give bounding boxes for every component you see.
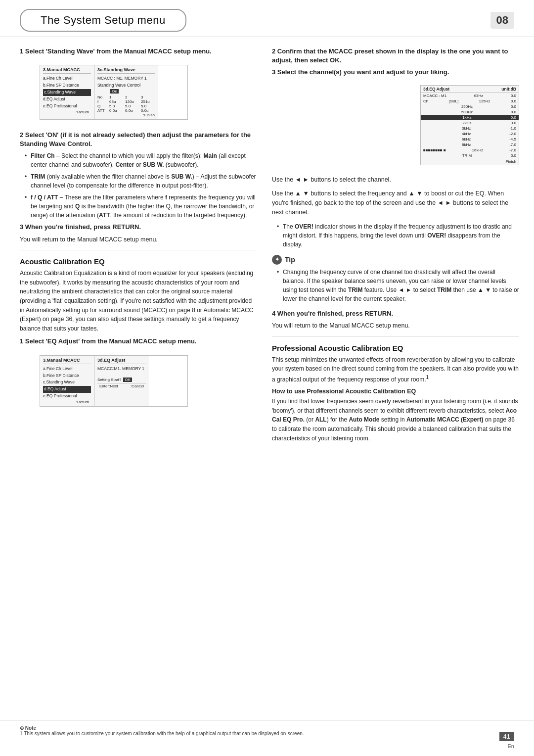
eq-6k-db: -4.5 [509,137,516,142]
eq-1k-db: 0.0 [511,115,516,120]
bullet-filter-ch-text: – Select the channel to which you will a… [31,152,246,168]
panel2-att-2: 0.0u [125,108,139,113]
screen2-item-2: b.Fine SP Distance [43,373,91,379]
bullet-filter-ch: Filter Ch – Select the channel to which … [25,151,257,169]
bullet-fqa: f / Q / ATT – These are the filter param… [25,193,257,220]
panel2-on-row: On [97,89,155,94]
page-container: The System Setup menu 08 1 Select 'Stand… [0,0,534,756]
screen-panel-1: 3.Manual MCACC a.Fine Ch Level b.Fine SP… [40,65,94,119]
panel2-f-label: f [97,99,107,104]
eq-row-2k: 2kHz 0.0 [421,120,519,126]
eq-row-500: 500Hz 0.0 [421,109,519,115]
note-text: 1 This system allows you to customize yo… [20,731,304,736]
panel1-item-1: a.Fine Ch Level [43,75,91,82]
over-bullet: The OVER! indicator shows in the display… [277,222,519,249]
tip-header: ✦ Tip [272,255,519,265]
screen2-item-1: a.Fine Ch Level [43,366,91,373]
screen2-panel2: 3d.EQ Adjust MCACC:M1. MEMORY 1 Setting … [94,356,149,406]
en-label: En [508,743,514,749]
eq-screen-title-label: 3d.EQ Adjust [423,87,449,92]
panel2-on-label [97,89,108,94]
how-to-title: How to use Professional Acoustic Calibra… [272,388,519,395]
use-buttons-2: Use the ▲ ▼ buttons to select the freque… [272,189,519,217]
eq-screen-ch: Ch [SBL] 125Hz 0.0 [421,98,519,104]
eq-16k-db: -7.0 [509,148,516,152]
eq-16khz: 16kHz [472,148,484,152]
section-pro-eq-title: Professional Acoustic Calibration EQ [272,344,519,352]
panel2-on-badge: On [110,89,119,94]
eq-4khz: 4kHz [462,132,471,136]
footer-note: ⊕ Note 1 This system allows you to custo… [0,720,534,741]
eq-500-db: 0.0 [511,110,516,114]
screen2-enter: Enter:Next [99,384,118,388]
eq-4k-db: -2.0 [509,132,516,136]
page-num-box: 41 [499,732,514,741]
eq-8k-db: -7.0 [509,142,516,147]
panel2-line2: Standing Wave Control [97,82,155,89]
tip-box: ✦ Tip Changing the frequency curve of on… [272,255,519,303]
left-column: 1 Select 'Standing Wave' from the Manual… [20,47,257,447]
step-r3-header: 4 When you're finished, press RETURN. [272,309,519,318]
use-buttons-1: Use the ◄ ► buttons to select the channe… [272,175,519,185]
screen2-mcacc-line: MCACC:M1. MEMORY 1 [97,366,146,373]
panel2-row-f: f 68u 120u 251u [97,99,155,104]
eq-val-header: 63Hz [474,94,484,98]
eq-ch-sbl: [SBL] [449,99,459,103]
how-to-body: If you find that lower frequencies seem … [272,397,519,443]
page-header: The System Setup menu 08 [0,0,534,37]
tip-icon: ✦ [272,255,282,265]
panel2-line1: MCACC : M1. MEMORY 1 [97,75,155,82]
screen2-item-3: c.Standing Wave [43,379,91,386]
note-icon: ⊕ Note [20,725,36,731]
eq-250hz: 250Hz [461,104,473,109]
eq-screen: 3d.EQ Adjust unit:dB MCACC : M1 63Hz 0.0… [420,85,519,165]
panel2-f-3: 251u [141,99,155,104]
eq-trim-val: 0.0 [511,153,516,158]
tip-bullet: Changing the frequency curve of one chan… [277,268,519,303]
screen-mockup-1: 3.Manual MCACC a.Fine Ch Level b.Fine SP… [30,60,257,127]
eq-6khz: 6kHz [462,137,471,142]
header-page-number: 08 [490,12,514,29]
bullet-fqa-text: – These are the filter parameters where … [31,194,256,219]
eq-val-63: 0.0 [511,94,516,98]
panel2-att-1: 0.0u [109,108,123,113]
step3-header: 3 When you're finished, press RETURN. [20,223,257,232]
screen2-enter-cancel: Enter:Next :Cancel [97,383,146,389]
content-area: 1 Select 'Standing Wave' from the Manual… [0,37,534,457]
step1-header: 1 Select 'Standing Wave' from the Manual… [20,47,257,56]
right-column: 2 Confirm that the MCACC preset shown in… [272,47,519,447]
eq-trim-label: TRIM [462,153,472,158]
panel1-item-4: d.EQ Adjust [43,96,91,103]
panel1-item-3: c.Standing Wave [43,89,91,96]
divider-2 [272,336,519,337]
screen2-setting-label: Setting Start? [97,378,121,382]
screen-mockup-inner-2: 3.Manual MCACC a.Fine Ch Level b.Fine SP… [40,355,188,407]
tip-bullet-list: Changing the frequency curve of one chan… [272,268,519,303]
panel2-headers: No. 1 2 3 [97,95,155,99]
panel2-col-no: No. [97,95,107,99]
page-title: The System Setup menu [20,9,186,32]
panel1-return: :Return [43,110,91,114]
panel2-att-3: 0.0u [141,108,155,113]
screen2-return: :Return [43,400,91,404]
panel2-col-1: 1 [109,95,123,99]
eq-3khz: 3kHz [462,126,471,131]
step-r3-body: You will return to the Manual MCACC setu… [272,321,519,331]
step2-header: 2 Select 'ON' (if it is not already sele… [20,131,257,148]
eq-screen-mcacc: MCACC : M1 63Hz 0.0 [421,93,519,98]
eq-3k-db: -1.0 [509,126,516,131]
screen2-panel1-title: 3.Manual MCACC [43,358,91,364]
panel1-title: 3.Manual MCACC [43,67,91,74]
tip-label: Tip [285,256,295,264]
screen2-panel1: 3.Manual MCACC a.Fine Ch Level b.Fine SP… [40,356,94,406]
bullet-trim: TRIM (only available when the filter cha… [25,172,257,190]
screen2-ok-badge: OK [123,378,132,382]
panel1-item-5: e.EQ Professional [43,103,91,110]
eq-2khz: 2kHz [462,121,471,125]
eq-250-db: 0.0 [511,104,516,109]
screen2-cancel: :Cancel [131,384,144,388]
screen2-setting-row: Setting Start? OK [97,378,146,382]
step4-header: 1 Select 'EQ Adjust' from the Manual MCA… [20,337,257,346]
panel2-col-3: 3 [141,95,155,99]
eq-row-250: 250Hz 0.0 [421,104,519,109]
